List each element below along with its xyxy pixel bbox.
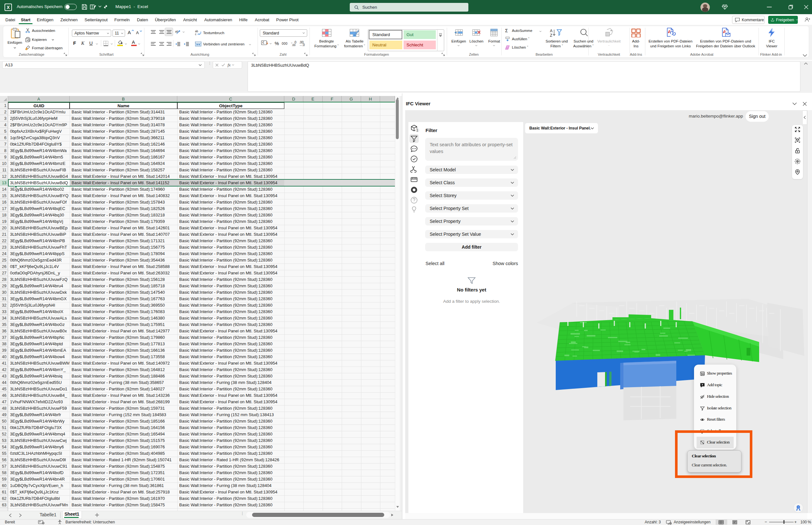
svg-text:A: A (550, 29, 552, 33)
svg-text:€: € (262, 41, 264, 44)
svg-text:X: X (7, 5, 10, 10)
svg-text:Z: Z (550, 33, 552, 38)
svg-text:c: c (195, 32, 197, 36)
